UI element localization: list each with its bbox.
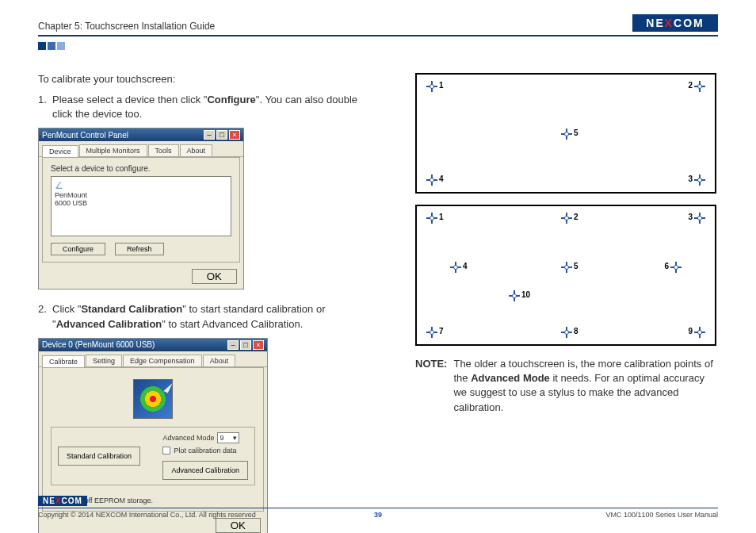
brand-logo: NEXCOM [632, 14, 718, 32]
close-icon[interactable]: × [229, 130, 240, 140]
standard-calibration-button[interactable]: Standard Calibration [58, 447, 140, 466]
page-number: 39 [374, 511, 382, 519]
footer-logo: NEXCOM [38, 496, 87, 506]
calibration-point: 2 [693, 79, 707, 94]
calibration-point: 9 [693, 325, 707, 339]
advanced-calibration-button[interactable]: Advanced Calibration [162, 461, 248, 480]
chapter-title: Chapter 5: Touchscreen Installation Guid… [38, 21, 215, 32]
ok-button[interactable]: OK [216, 518, 261, 533]
refresh-button[interactable]: Refresh [115, 243, 164, 255]
intro-text: To calibrate your touchscreen: [38, 73, 371, 85]
calibration-point: 1 [425, 79, 439, 94]
step-2: 2. Click "Standard Calibration" to start… [38, 302, 371, 331]
dialog1-title: PenMount Control Panel [42, 131, 128, 140]
calibration-point: 8 [559, 325, 574, 339]
tab-edge-compensation[interactable]: Edge Compensation [123, 355, 202, 366]
advanced-mode-combo[interactable]: 9▾ [217, 432, 239, 443]
tab-device[interactable]: Device [42, 145, 78, 157]
copyright: Copyright © 2014 NEXCOM International Co… [38, 511, 256, 519]
calibration-point: 5 [559, 127, 574, 141]
maximize-icon[interactable]: □ [216, 130, 227, 140]
calibration-5-point-diagram: 12345 [415, 73, 716, 194]
calibration-point: 7 [425, 325, 439, 339]
plot-label: Plot calibration data [174, 447, 236, 454]
tab-about[interactable]: About [203, 355, 236, 366]
calibration-point: 4 [425, 173, 439, 187]
calibration-point: 2 [559, 211, 574, 225]
configure-button[interactable]: Configure [51, 243, 105, 255]
calibration-point: 3 [693, 211, 707, 225]
select-device-hint: Select a device to configure. [51, 164, 231, 173]
ok-button[interactable]: OK [192, 269, 237, 284]
calibration-point: 5 [559, 260, 574, 274]
step-1: 1. Please select a device then click "Co… [38, 93, 371, 121]
calibration-point: 4 [449, 260, 463, 274]
calibration-point: 3 [693, 173, 707, 187]
decorative-squares [38, 41, 718, 52]
close-icon[interactable]: × [253, 340, 264, 350]
device-list[interactable]: ∠ PenMount 6000 USB [51, 176, 231, 236]
calibration-target-icon [133, 379, 173, 419]
plot-checkbox[interactable] [162, 447, 170, 454]
tab-calibrate[interactable]: Calibrate [42, 355, 85, 367]
calibration-point: 1 [425, 211, 439, 225]
advanced-mode-label: Advanced Mode [162, 434, 214, 442]
dialog2-title: Device 0 (PenMount 6000 USB) [42, 340, 155, 349]
tab-tools[interactable]: Tools [148, 144, 179, 156]
penmount-control-panel-dialog: PenMount Control Panel – □ × Device Mult… [38, 128, 244, 290]
minimize-icon[interactable]: – [204, 130, 215, 140]
doc-title: VMC 100/1100 Series User Manual [605, 511, 718, 519]
calibration-point: 6 [669, 260, 683, 274]
device-icon: ∠ [55, 180, 63, 191]
calibration-9-point-diagram: 12345678910 [415, 205, 716, 346]
minimize-icon[interactable]: – [227, 340, 239, 350]
tab-setting[interactable]: Setting [86, 355, 122, 366]
calibration-point: 10 [507, 289, 521, 303]
maximize-icon[interactable]: □ [240, 340, 251, 350]
tab-multiple-monitors[interactable]: Multiple Monitors [79, 144, 147, 156]
tab-about[interactable]: About [180, 144, 213, 156]
note-block: NOTE: The older a touchscreen is, the mo… [415, 357, 716, 415]
